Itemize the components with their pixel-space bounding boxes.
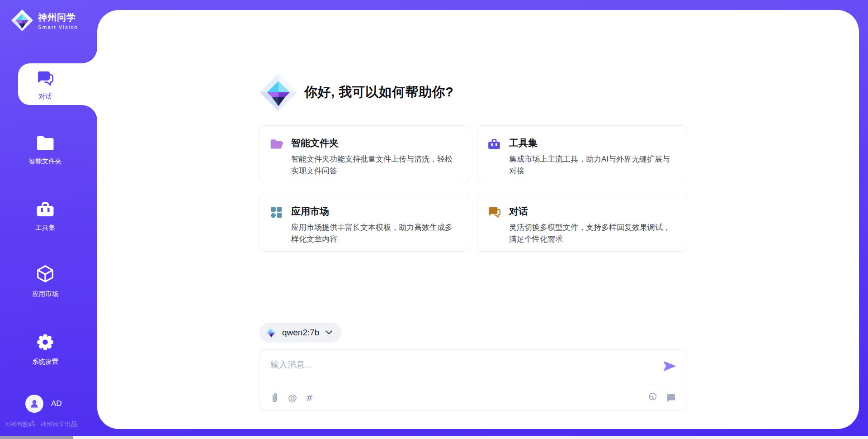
history-button[interactable] xyxy=(647,393,658,403)
hash-icon: # xyxy=(306,392,313,403)
mention-button[interactable]: @ xyxy=(288,392,297,403)
copyright-text: ©神州数码 · 神州问学出品 xyxy=(6,420,77,429)
message-input[interactable] xyxy=(270,357,653,372)
brand-name: 神州问学 xyxy=(38,11,78,24)
sidebar-item-label: 工具集 xyxy=(35,224,55,232)
folder-open-icon xyxy=(269,137,283,151)
toolbox-icon xyxy=(35,200,55,219)
feature-cards: 智能文件夹 智能文件夹功能支持批量文件上传与清洗，轻松实现文件问答 工具集 集成… xyxy=(259,125,687,252)
sidebar: 神州问学 Smart Vision 对话 智能文件夹 xyxy=(0,0,97,439)
card-smart-folder[interactable]: 智能文件夹 智能文件夹功能支持批量文件上传与清洗，轻松实现文件问答 xyxy=(259,125,469,183)
card-description: 应用市场提供丰富长文本模板，助力高效生成多样化文章内容 xyxy=(291,222,458,246)
card-description: 灵活切换多模型文件，支持多样回复效果调试，满足个性化需求 xyxy=(509,222,676,246)
cube-icon xyxy=(35,264,56,285)
brand-subtitle: Smart Vision xyxy=(38,24,78,30)
folder-icon xyxy=(35,134,55,152)
card-toolset[interactable]: 工具集 集成市场上主流工具，助力AI与外界无缝扩展与对接 xyxy=(477,125,687,183)
chevron-down-icon xyxy=(326,330,332,335)
greeting: 你好, 我可以如何帮助你? xyxy=(259,73,453,112)
card-title: 智能文件夹 xyxy=(291,137,458,149)
gear-icon xyxy=(35,332,56,353)
card-title: 对话 xyxy=(509,205,676,218)
message-composer: @ # xyxy=(259,349,687,411)
card-title: 工具集 xyxy=(509,137,676,149)
sidebar-item-settings[interactable]: 系统设置 xyxy=(0,332,97,366)
greeting-text: 你好, 我可以如何帮助你? xyxy=(304,83,453,101)
sidebar-item-label: 对话 xyxy=(39,92,52,101)
card-app-market[interactable]: 应用市场 应用市场提供丰富长文本模板，助力高效生成多样化文章内容 xyxy=(259,194,469,252)
horizontal-scrollbar-track xyxy=(0,436,868,439)
sidebar-item-label: 系统设置 xyxy=(32,358,58,366)
at-icon: @ xyxy=(288,392,297,403)
feedback-button[interactable] xyxy=(666,393,676,403)
brand-diamond-icon xyxy=(259,73,298,112)
composer-divider xyxy=(269,384,677,384)
main-panel: 你好, 我可以如何帮助你? 智能文件夹 智能文件夹功能支持批量文件上传与清洗，轻… xyxy=(97,10,859,429)
card-chat[interactable]: 对话 灵活切换多模型文件，支持多样回复效果调试，满足个性化需求 xyxy=(477,194,687,252)
brand-diamond-icon xyxy=(11,9,33,32)
history-icon xyxy=(647,393,658,403)
chat-bubbles-icon xyxy=(487,205,501,219)
sidebar-item-app-market[interactable]: 应用市场 xyxy=(0,264,97,298)
card-description: 集成市场上主流工具，助力AI与外界无缝扩展与对接 xyxy=(509,153,676,177)
person-icon xyxy=(29,398,40,409)
attach-file-button[interactable] xyxy=(269,392,279,403)
toolbox-icon xyxy=(487,137,501,151)
avatar xyxy=(25,395,43,413)
sidebar-item-smart-folder[interactable]: 智能文件夹 xyxy=(0,134,97,166)
app-grid-icon xyxy=(269,205,283,219)
sidebar-item-label: 智能文件夹 xyxy=(29,157,62,166)
card-title: 应用市场 xyxy=(291,205,458,218)
send-button[interactable] xyxy=(662,360,676,372)
sidebar-item-chat[interactable]: 对话 xyxy=(0,63,97,105)
chat-bubble-icon xyxy=(666,393,676,403)
chat-bubbles-icon xyxy=(36,69,55,88)
command-button[interactable]: # xyxy=(306,392,313,403)
user-profile[interactable]: AD xyxy=(25,395,62,413)
horizontal-scrollbar-thumb[interactable] xyxy=(0,436,73,439)
send-icon xyxy=(663,360,675,372)
brand-diamond-icon xyxy=(265,326,278,339)
sidebar-item-toolset[interactable]: 工具集 xyxy=(0,200,97,232)
sidebar-item-label: 应用市场 xyxy=(32,290,58,298)
paperclip-icon xyxy=(269,392,279,403)
model-name: qwen2:7b xyxy=(282,328,319,338)
model-selector[interactable]: qwen2:7b xyxy=(259,323,341,343)
user-initials: AD xyxy=(51,399,62,408)
brand: 神州问学 Smart Vision xyxy=(11,9,78,32)
card-description: 智能文件夹功能支持批量文件上传与清洗，轻松实现文件问答 xyxy=(291,153,458,177)
